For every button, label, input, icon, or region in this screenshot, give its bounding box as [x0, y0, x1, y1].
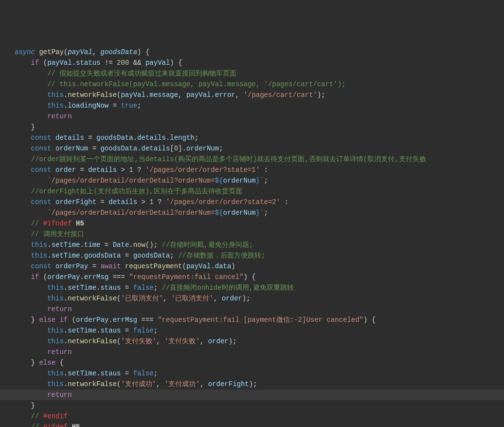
code-line: return: [15, 304, 504, 315]
code-line: if (payVal.status != 200 && payVal) {: [15, 57, 504, 68]
code-line: this.setTime.staus = false;: [15, 368, 504, 379]
code-line: //order跳转到某一个页面的地址,当details(购买的商品是多个店铺时)…: [15, 154, 504, 165]
code-line: return: [15, 347, 504, 357]
code-line: const orderNum = goodsData.details[0].or…: [15, 143, 504, 154]
code-line: //orderFight如上(支付成功后生效),区别在于多商品去待收货页面: [15, 186, 504, 197]
code-line: } else if (orderPay.errMsg === "requestP…: [15, 315, 504, 325]
code-line: const orderPay = await requestPayment(pa…: [15, 261, 504, 272]
code-line: this.networkFalse('已取消支付', '已取消支付', orde…: [15, 293, 504, 304]
code-line: } else {: [15, 357, 504, 368]
code-line: `/pages/orderDetail/orderDetail?orderNum…: [15, 207, 504, 218]
code-line: this.setTime.staus = false;: [15, 325, 504, 336]
code-line: // 假如提交失败或者没有成功赋值过来就直接回到购物车页面: [15, 68, 504, 79]
code-line: this.setTime.staus = false; //直接频闭onhide…: [15, 282, 504, 293]
code-line: this.networkFalse('支付失败', '支付失败', order)…: [15, 336, 504, 347]
code-line: this.loadingNow = true;: [15, 100, 504, 111]
code-line: this.setTime.time = Date.now(); //存储时间戳,…: [15, 240, 504, 250]
code-line: this.networkFalse(payVal.message, payVal…: [15, 90, 504, 100]
code-line: `/pages/orderDetail/orderDetail?orderNum…: [15, 175, 504, 186]
code-editor[interactable]: async getPay(payVal, goodsData) { if (pa…: [15, 47, 504, 427]
code-line: const orderFight = details > 1 ? '/pages…: [15, 197, 504, 207]
code-line: }: [15, 122, 504, 132]
code-line: // 调用支付接口: [15, 229, 504, 240]
code-line: this.setTime.goodsData = goodsData; //存储…: [15, 250, 504, 261]
code-line: // #ifdef H5: [15, 422, 504, 427]
code-line: // #endif: [15, 411, 504, 422]
code-line: if (orderPay.errMsg === "requestPayment:…: [15, 272, 504, 282]
code-line: // #ifndef H5: [15, 218, 504, 229]
code-line: async getPay(payVal, goodsData) {: [15, 47, 504, 57]
code-line: return: [15, 111, 504, 122]
code-line: this.networkFalse('支付成功', '支付成功', orderF…: [15, 379, 504, 390]
code-line: }: [15, 400, 504, 411]
code-line-highlighted: return: [0, 390, 504, 400]
code-line: const order = details > 1 ? '/pages/orde…: [15, 165, 504, 175]
code-line: // this.networkFalse(payVal.message, pay…: [15, 79, 504, 90]
code-line: const details = goodsData.details.length…: [15, 132, 504, 143]
